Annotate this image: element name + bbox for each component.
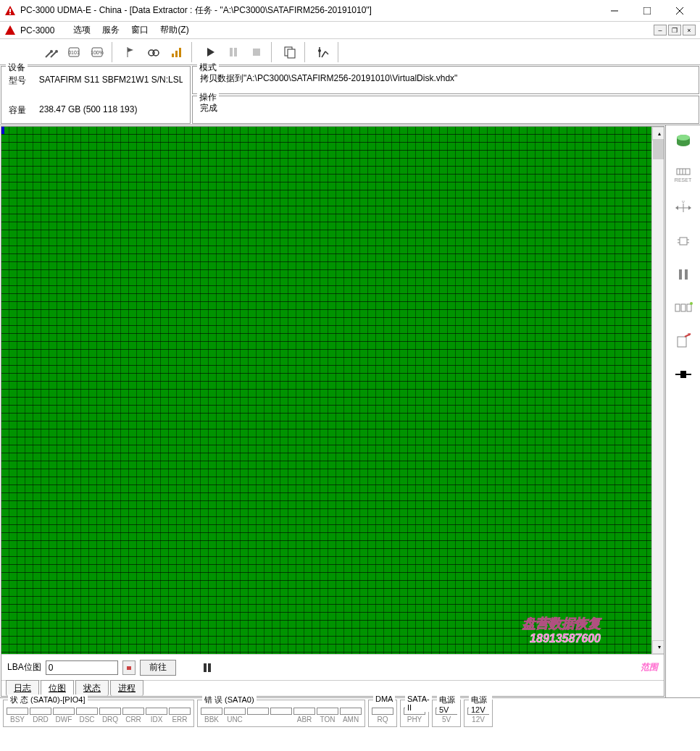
lba-go-button[interactable]: 前往 bbox=[140, 660, 176, 676]
mdi-restore-button[interactable]: ❐ bbox=[668, 25, 681, 35]
minimize-button[interactable] bbox=[598, 0, 630, 21]
device-legend: 设备 bbox=[6, 62, 28, 74]
maximize-button[interactable] bbox=[630, 0, 663, 21]
svg-rect-34 bbox=[208, 663, 211, 672]
menu-window[interactable]: 窗口 bbox=[125, 22, 154, 38]
menu-help[interactable]: 帮助(Z) bbox=[154, 22, 194, 38]
tool-copy-icon[interactable] bbox=[278, 41, 301, 64]
mode-value: 拷贝数据到"A:\PC3000\SATAFIRM256-20191010\Vir… bbox=[200, 72, 691, 85]
svg-line-8 bbox=[46, 52, 51, 57]
svg-rect-2 bbox=[9, 13, 11, 14]
operation-info-box: 操作 完成 bbox=[192, 96, 699, 124]
lba-bar: LBA位图 前往 范围 bbox=[1, 654, 664, 680]
lba-range-label: 范围 bbox=[641, 661, 658, 674]
tab-status[interactable]: 状态 bbox=[75, 680, 109, 696]
capacity-value: 238.47 GB (500 118 193) bbox=[39, 104, 137, 117]
menubar: PC-3000 选项 服务 窗口 帮助(Z) – ❐ × bbox=[0, 22, 700, 39]
mdi-close-button[interactable]: × bbox=[683, 25, 696, 35]
tool-hdd-icon[interactable]: 0101 bbox=[62, 41, 86, 64]
lba-input[interactable] bbox=[46, 660, 118, 675]
tool-exit-icon[interactable] bbox=[312, 41, 335, 64]
status-dma: DMA RQ bbox=[368, 700, 397, 727]
main-toolbar: 0101 100% bbox=[0, 39, 700, 65]
sector-grid: 盘营数据恢复 18913587600 bbox=[1, 127, 651, 654]
tool-chart-icon[interactable] bbox=[165, 41, 188, 64]
svg-rect-46 bbox=[680, 238, 687, 245]
sector-map[interactable]: 盘营数据恢复 18913587600 bbox=[1, 127, 664, 654]
capacity-label: 容量 bbox=[9, 104, 39, 117]
model-label: 型号 bbox=[9, 75, 39, 87]
lba-pause-icon[interactable] bbox=[202, 663, 212, 673]
sector-area: 盘营数据恢复 18913587600 LBA位图 前往 范围 日志 位图 状态 … bbox=[1, 126, 664, 697]
right-chip-icon[interactable] bbox=[672, 230, 695, 253]
svg-marker-43 bbox=[688, 206, 691, 210]
svg-marker-7 bbox=[5, 25, 15, 35]
tool-stop-icon[interactable] bbox=[245, 41, 268, 64]
right-reset-icon[interactable]: RESET bbox=[672, 163, 695, 186]
watermark-line1: 盘营数据恢复 bbox=[522, 615, 601, 632]
status-area: 状 态 (SATA0)-[PIO4] BSY DRD DWF DSC DRQ C… bbox=[0, 697, 700, 729]
op-value: 完成 bbox=[200, 102, 691, 114]
right-cluster-icon[interactable] bbox=[672, 296, 695, 319]
tab-bitmap[interactable]: 位图 bbox=[41, 680, 74, 696]
svg-point-56 bbox=[690, 302, 693, 305]
menu-service[interactable]: 服务 bbox=[96, 22, 125, 38]
svg-rect-52 bbox=[685, 269, 688, 280]
mdi-controls: – ❐ × bbox=[654, 25, 696, 35]
svg-line-30 bbox=[322, 51, 325, 57]
tool-percent-icon[interactable]: 100% bbox=[86, 41, 109, 64]
svg-marker-42 bbox=[675, 206, 678, 210]
status-sata2: SATA-II PHY bbox=[400, 700, 429, 727]
tool-settings-icon[interactable] bbox=[39, 41, 62, 64]
right-toolbar: RESET 0 bbox=[665, 125, 700, 697]
svg-marker-22 bbox=[207, 48, 214, 56]
svg-rect-25 bbox=[253, 49, 260, 56]
svg-line-31 bbox=[325, 51, 328, 54]
op-legend: 操作 bbox=[197, 91, 219, 104]
svg-rect-55 bbox=[687, 304, 691, 311]
status-power5v: 电源 5V 5V bbox=[432, 700, 461, 727]
vertical-scrollbar[interactable] bbox=[651, 127, 664, 654]
right-remove-icon[interactable] bbox=[672, 330, 695, 353]
scrollbar-thumb[interactable] bbox=[653, 139, 664, 159]
status-sata0: 状 态 (SATA0)-[PIO4] BSY DRD DWF DSC DRQ C… bbox=[3, 700, 194, 727]
close-button[interactable] bbox=[663, 0, 696, 21]
tab-log[interactable]: 日志 bbox=[6, 680, 39, 696]
tool-pause-icon[interactable] bbox=[222, 41, 245, 64]
tool-flag-icon[interactable] bbox=[119, 41, 142, 64]
svg-point-29 bbox=[318, 49, 321, 52]
right-measure-icon[interactable]: 0 bbox=[672, 196, 695, 219]
svg-rect-19 bbox=[172, 54, 174, 57]
tool-play-icon[interactable] bbox=[199, 41, 222, 64]
info-panels: 设备 型号 SATAFIRM S11 SBFM21W1 S/N:LSL 容量 2… bbox=[0, 65, 700, 125]
svg-rect-33 bbox=[204, 663, 207, 672]
svg-text:0101: 0101 bbox=[68, 50, 80, 55]
watermark-line2: 18913587600 bbox=[522, 632, 601, 645]
status-error: 错 误 (SATA0) BBK UNC ABR TON AMN bbox=[197, 700, 365, 727]
svg-rect-24 bbox=[234, 48, 237, 56]
svg-rect-54 bbox=[681, 304, 686, 311]
svg-rect-21 bbox=[179, 48, 181, 57]
svg-rect-20 bbox=[175, 51, 178, 57]
svg-rect-53 bbox=[675, 304, 680, 311]
svg-rect-61 bbox=[680, 371, 686, 378]
svg-rect-27 bbox=[288, 49, 295, 58]
window-title: PC-3000 UDMA-E - China - [Data Extractor… bbox=[20, 4, 598, 17]
svg-rect-32 bbox=[127, 666, 131, 670]
svg-rect-37 bbox=[677, 169, 690, 175]
tab-process[interactable]: 进程 bbox=[110, 680, 143, 696]
tabs-row: 日志 位图 状态 进程 bbox=[1, 680, 664, 696]
svg-rect-57 bbox=[678, 337, 686, 347]
lba-marker-button[interactable] bbox=[122, 660, 136, 675]
tool-binoculars-icon[interactable] bbox=[142, 41, 165, 64]
svg-point-10 bbox=[50, 50, 53, 53]
right-pause-icon[interactable] bbox=[672, 263, 695, 286]
right-disk-icon[interactable] bbox=[672, 130, 695, 153]
menu-options[interactable]: 选项 bbox=[67, 22, 96, 38]
svg-point-11 bbox=[55, 50, 58, 53]
right-target-icon[interactable] bbox=[672, 363, 695, 386]
svg-point-18 bbox=[153, 50, 159, 56]
lba-label: LBA位图 bbox=[7, 661, 41, 674]
svg-rect-1 bbox=[9, 9, 11, 12]
mdi-minimize-button[interactable]: – bbox=[654, 25, 667, 35]
